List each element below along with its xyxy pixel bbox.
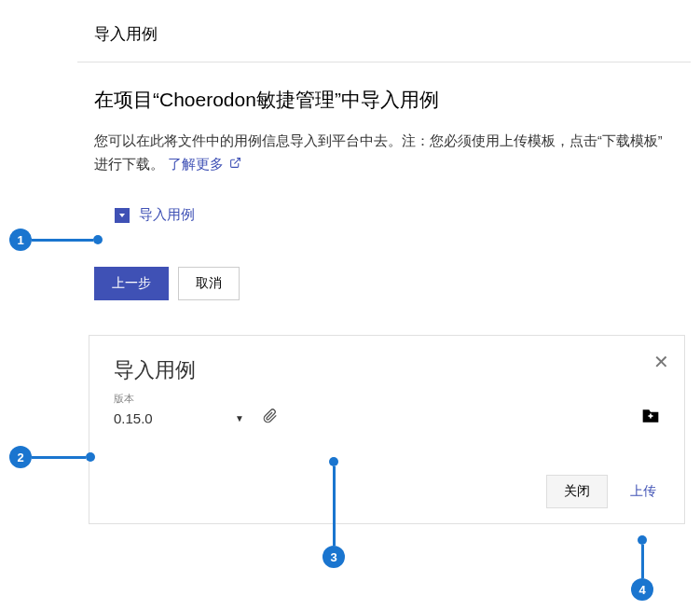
- external-link-icon: [229, 153, 241, 176]
- annotation-2: 2: [9, 446, 95, 468]
- import-modal: ✕ 导入用例 版本 0.15.0 ▼ 关闭 上传: [89, 335, 685, 524]
- connector-dot: [93, 235, 103, 244]
- panel-body: 在项目“Choerodon敏捷管理”中导入用例 您可以在此将文件中的用例信息导入…: [77, 62, 691, 186]
- connector-line: [333, 466, 336, 546]
- modal-title: 导入用例: [114, 356, 660, 384]
- annotation-3: 3: [323, 457, 345, 568]
- section-heading: 在项目“Choerodon敏捷管理”中导入用例: [94, 87, 674, 113]
- modal-footer: 关闭 上传: [114, 475, 660, 508]
- upload-button[interactable]: 上传: [626, 476, 660, 507]
- folder-add-icon[interactable]: [641, 408, 660, 428]
- svg-marker-1: [119, 214, 125, 217]
- download-icon: [115, 208, 130, 223]
- svg-line-0: [234, 159, 240, 164]
- panel-footer: 上一步 取消: [77, 233, 691, 319]
- version-row: 0.15.0 ▼: [114, 408, 660, 428]
- connector-line: [32, 239, 93, 242]
- connector-line: [641, 545, 644, 578]
- badge-1: 1: [9, 229, 32, 251]
- badge-4: 4: [631, 578, 653, 601]
- description-text: 您可以在此将文件中的用例信息导入到平台中去。注：您必须使用上传模板，点击“下载模…: [94, 130, 674, 176]
- import-cases-link[interactable]: 导入用例: [139, 206, 195, 224]
- svg-rect-3: [650, 414, 652, 419]
- connector-dot: [86, 452, 95, 462]
- annotation-1: 1: [9, 229, 103, 251]
- close-icon[interactable]: ✕: [653, 351, 669, 373]
- cancel-button[interactable]: 取消: [178, 267, 240, 300]
- panel-header: 导入用例: [77, 1, 691, 62]
- connector-line: [32, 456, 86, 459]
- connector-dot: [638, 535, 647, 545]
- annotation-4: 4: [631, 535, 653, 601]
- caret-down-icon: ▼: [235, 413, 244, 423]
- learn-more-label: 了解更多: [168, 157, 224, 172]
- learn-more-link[interactable]: 了解更多: [168, 157, 241, 172]
- previous-button[interactable]: 上一步: [94, 267, 169, 300]
- badge-2: 2: [9, 446, 32, 468]
- connector-dot: [329, 457, 338, 466]
- attachment-icon[interactable]: [263, 409, 278, 427]
- badge-3: 3: [323, 546, 345, 568]
- version-select[interactable]: 0.15.0 ▼: [114, 410, 244, 426]
- version-label: 版本: [114, 392, 660, 406]
- import-panel: 导入用例 在项目“Choerodon敏捷管理”中导入用例 您可以在此将文件中的用…: [76, 0, 692, 320]
- version-value: 0.15.0: [114, 410, 153, 426]
- modal-close-button[interactable]: 关闭: [546, 475, 608, 508]
- import-action-row: 导入用例: [77, 186, 691, 233]
